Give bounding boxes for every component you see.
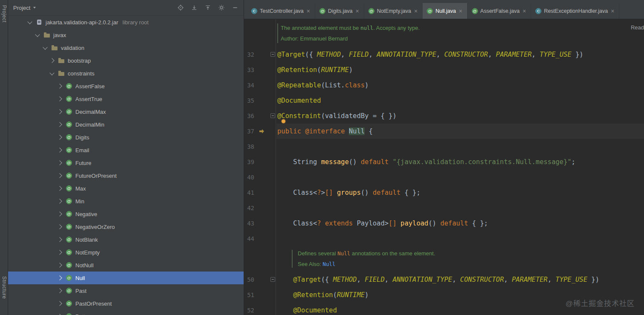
- tree-item[interactable]: Past: [8, 284, 244, 297]
- chevron-icon[interactable]: [49, 58, 54, 63]
- chevron-icon[interactable]: [43, 45, 47, 49]
- tree-item-label: Null: [75, 275, 85, 281]
- tree-item[interactable]: Pattern: [8, 310, 244, 315]
- tree-item[interactable]: AssertTrue: [8, 92, 244, 105]
- chevron-icon[interactable]: [35, 32, 40, 37]
- code-line-row[interactable]: 32 @Target({ METHOD, FIELD, ANNOTATION_T…: [244, 47, 644, 62]
- chevron-icon[interactable]: [57, 301, 62, 306]
- code-line-row[interactable]: 35 @Documented: [244, 93, 644, 108]
- fold-icon[interactable]: [270, 98, 275, 103]
- chevron-icon[interactable]: [57, 288, 62, 293]
- tree-item[interactable]: NotBlank: [8, 233, 244, 246]
- tree-item[interactable]: Null: [8, 272, 244, 284]
- tree-item[interactable]: Max: [8, 182, 244, 195]
- tree-item[interactable]: NotNull: [8, 259, 244, 272]
- code-line-row[interactable]: 36 @Constraint(validatedBy = { }): [244, 108, 644, 124]
- chevron-icon[interactable]: [49, 70, 54, 75]
- fold-icon[interactable]: [270, 144, 275, 149]
- chevron-icon[interactable]: [57, 109, 62, 114]
- settings-gear-icon[interactable]: [218, 4, 225, 11]
- tool-window-button-structure[interactable]: Structure: [1, 276, 7, 299]
- chevron-icon[interactable]: [57, 160, 62, 165]
- tree-item[interactable]: AssertFalse: [8, 80, 244, 92]
- chevron-icon[interactable]: [57, 211, 62, 216]
- fold-icon[interactable]: [270, 52, 275, 57]
- fold-icon[interactable]: [270, 308, 275, 312]
- code-line-row[interactable]: 34 @Repeatable(List.class): [244, 78, 644, 93]
- tree-item[interactable]: javax: [8, 29, 244, 41]
- tab-close-icon[interactable]: [413, 8, 418, 14]
- tree-item[interactable]: NegativeOrZero: [8, 220, 244, 233]
- project-view-selector[interactable]: Project: [13, 5, 36, 11]
- collapse-all-icon[interactable]: [204, 4, 211, 11]
- tab-close-icon[interactable]: [522, 8, 527, 14]
- code-line-row[interactable]: 38: [244, 139, 644, 154]
- chevron-icon[interactable]: [57, 147, 62, 152]
- tool-window-button-project[interactable]: Project: [1, 5, 7, 23]
- tree-item[interactable]: DecimalMin: [8, 118, 244, 131]
- code-line-row[interactable]: 37 public @interface Null {: [244, 124, 644, 139]
- tab-close-icon[interactable]: [355, 8, 360, 14]
- tab-close-icon[interactable]: [306, 8, 311, 14]
- code-line-row[interactable]: 50 @Target({ METHOD, FIELD, ANNOTATION_T…: [244, 272, 644, 287]
- fold-icon[interactable]: [270, 175, 275, 179]
- editor-tab[interactable]: TestController.java: [247, 3, 315, 19]
- tree-item[interactable]: bootstrap: [8, 54, 244, 67]
- code-line-row[interactable]: 33 @Retention(RUNTIME): [244, 62, 644, 78]
- code-line-row[interactable]: 42: [244, 200, 644, 216]
- fold-icon[interactable]: [270, 292, 275, 297]
- fold-icon[interactable]: [270, 113, 275, 118]
- tree-item[interactable]: Future: [8, 156, 244, 169]
- editor-tab[interactable]: Null.java: [423, 3, 467, 19]
- fold-icon[interactable]: [270, 277, 275, 282]
- fold-icon[interactable]: [270, 221, 275, 225]
- tree-item[interactable]: FutureOrPresent: [8, 169, 244, 182]
- fold-icon[interactable]: [270, 129, 275, 133]
- editor-tab[interactable]: AssertFalse.java: [468, 3, 532, 19]
- chevron-icon[interactable]: [57, 275, 62, 280]
- chevron-icon[interactable]: [57, 263, 62, 267]
- tree-item[interactable]: DecimalMax: [8, 105, 244, 118]
- tab-close-icon[interactable]: [610, 8, 615, 14]
- tree-item[interactable]: Negative: [8, 208, 244, 220]
- chevron-icon[interactable]: [57, 122, 62, 127]
- fold-icon[interactable]: [270, 205, 275, 210]
- chevron-icon[interactable]: [57, 237, 62, 242]
- code-line-row[interactable]: 43 Class<? extends Payload>[] payload() …: [244, 216, 644, 231]
- chevron-icon[interactable]: [57, 224, 62, 229]
- fold-icon[interactable]: [270, 67, 275, 72]
- chevron-icon[interactable]: [57, 135, 62, 139]
- code-line-row[interactable]: 44: [244, 231, 644, 246]
- tree-item[interactable]: NotEmpty: [8, 246, 244, 259]
- chevron-icon[interactable]: [57, 173, 62, 178]
- chevron-icon[interactable]: [57, 84, 62, 88]
- editor-tab[interactable]: Digits.java: [315, 3, 364, 19]
- hide-panel-icon[interactable]: [232, 4, 239, 11]
- expand-all-icon[interactable]: [191, 4, 198, 11]
- tree-item[interactable]: Min: [8, 195, 244, 208]
- code-line-row[interactable]: 41 Class<?>[] groups() default { };: [244, 185, 644, 200]
- code-line-row[interactable]: 39 String message() default "{javax.vali…: [244, 154, 644, 170]
- fold-icon[interactable]: [270, 190, 275, 195]
- tree-item[interactable]: Email: [8, 144, 244, 156]
- code-line-row[interactable]: 40: [244, 170, 644, 185]
- tree-item[interactable]: validation: [8, 41, 244, 54]
- editor-tab[interactable]: RestExceptionHandler.java: [531, 3, 619, 19]
- tab-label: TestController.java: [260, 8, 304, 14]
- tree-item[interactable]: jakarta.validation-api-2.0.2.jar library…: [8, 16, 244, 29]
- tree-item[interactable]: PastOrPresent: [8, 297, 244, 310]
- fold-icon[interactable]: [270, 236, 275, 241]
- locate-file-icon[interactable]: [177, 4, 184, 11]
- chevron-icon[interactable]: [57, 199, 62, 203]
- editor-tab[interactable]: NotEmpty.java: [364, 3, 423, 19]
- chevron-icon[interactable]: [57, 186, 62, 191]
- reader-mode-label[interactable]: Read: [631, 24, 644, 31]
- chevron-icon[interactable]: [57, 96, 62, 101]
- tab-close-icon[interactable]: [458, 8, 463, 14]
- tree-item[interactable]: constraints: [8, 67, 244, 80]
- chevron-icon[interactable]: [57, 250, 62, 254]
- tree-item[interactable]: Digits: [8, 131, 244, 144]
- fold-icon[interactable]: [270, 83, 275, 87]
- fold-icon[interactable]: [270, 159, 275, 164]
- chevron-icon[interactable]: [27, 19, 32, 24]
